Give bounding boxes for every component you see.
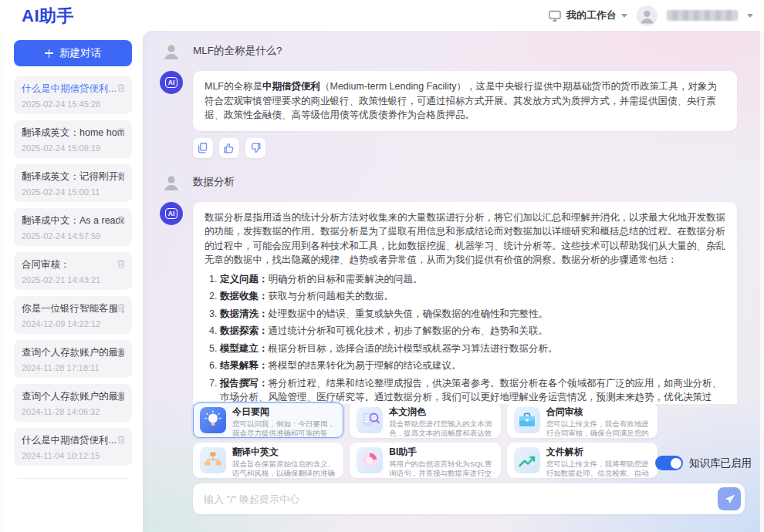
ai-text: 数据分析是指用适当的统计分析方法对收集来的大量数据进行分析，将它们加以汇总和理解… — [205, 212, 725, 266]
card-text-polish[interactable]: 本文润色 我会帮助您进行您输入的文本润色，提高文本的流畅度和表达效果。 — [350, 402, 500, 438]
history-item[interactable]: 什么是中期借贷便利... 2024-11-04 10:12:15 — [14, 428, 132, 466]
step-item: 数据探索：通过统计分析和可视化技术，初步了解数据的分布、趋势和关联。 — [220, 324, 725, 338]
toggle-knob — [671, 458, 681, 469]
user-message-text: MLF的全称是什么? — [193, 39, 756, 62]
history-item[interactable]: 合同审核： 2025-02-21 14:43:21 — [14, 252, 132, 290]
card-title: 翻译中英文 — [232, 447, 336, 457]
card-contract-review[interactable]: 合同审核 您可以上传文件，我会有效地进行合同审核，确保合同满足您的业务需求。 — [507, 402, 658, 438]
send-button[interactable] — [718, 487, 741, 510]
card-translate[interactable]: 翻译中英文 我会旨在保留原始信息的含义、语气和风格，以确保翻译的准确性和自然流畅… — [193, 443, 343, 478]
step-item: 数据收集：获取与分析问题相关的数据。 — [220, 289, 725, 304]
history-time: 2024-11-28 14:06:32 — [22, 407, 124, 416]
user-avatar — [160, 170, 183, 194]
trash-icon[interactable] — [116, 302, 127, 313]
user-message: 数据分析 — [143, 170, 756, 194]
card-desc: 您可以问我，例如：今日要闻，我会尽力提供准确和可靠的答案。 — [232, 419, 336, 437]
toggle-switch[interactable] — [655, 456, 683, 470]
workspace-menu[interactable]: 我的工作台 — [548, 8, 627, 22]
thumbs-down-button[interactable] — [245, 138, 265, 158]
new-chat-button[interactable]: 新建对话 — [14, 40, 132, 66]
ai-avatar: AI — [160, 202, 183, 225]
trash-icon[interactable] — [116, 346, 127, 357]
history-title: 查询个人存款账户的最新... — [22, 390, 124, 403]
trend-icon — [514, 447, 540, 473]
history-item[interactable]: 查询个人存款账户的最新... 2024-11-28 14:06:32 — [14, 384, 132, 422]
ai-message: AI 数据分析是指用适当的统计分析方法对收集来的大量数据进行分析，将它们加以汇总… — [143, 202, 756, 405]
trash-icon[interactable] — [116, 170, 127, 181]
history-title: 翻译成英文：home home — [22, 126, 124, 140]
user-message-text: 数据分析 — [193, 170, 756, 194]
card-desc: 我会旨在保留原始信息的含义、语气和风格，以确保翻译的准确性和自然流畅。 — [232, 460, 336, 477]
composer — [193, 483, 745, 514]
copy-icon — [196, 141, 210, 155]
card-desc: 您可以上传文件，我将帮助您进行如数据处理、信息检索、自动化办公等。 — [546, 460, 651, 477]
history-item[interactable]: 什么是中期借贷便利... 2025-02-24 15:45:28 — [14, 76, 132, 114]
knowledge-base-toggle: 知识库已启用 — [655, 456, 752, 470]
history-item[interactable]: 翻译成中文：As a reader... 2025-02-24 14:57:59 — [14, 208, 132, 246]
card-title: 本文润色 — [389, 407, 493, 417]
card-title: 文件解析 — [546, 447, 651, 457]
step-item: 定义问题：明确分析的目标和需要解决的问题。 — [220, 272, 725, 287]
step-item: 数据清洗：处理数据中的错误、重复或缺失值，确保数据的准确性和完整性。 — [220, 307, 725, 322]
card-title: 今日要闻 — [232, 407, 336, 417]
header-right: 我的工作台 — [548, 0, 753, 31]
paper-plane-icon — [723, 493, 736, 506]
card-title: 合同审核 — [546, 407, 651, 417]
card-bi-assistant[interactable]: BI助手 将用户的自然语言转化为SQL查询语句，并直接与数据库进行交互，返回智能… — [350, 443, 500, 478]
sidebar: 新建对话 什么是中期借贷便利... 2025-02-24 15:45:28 翻译… — [3, 29, 143, 532]
trash-icon[interactable] — [116, 82, 127, 93]
history-item[interactable]: 你是一位银行智能客服，... 2024-12-09 14:22:12 — [14, 296, 132, 334]
person-icon — [160, 170, 183, 194]
card-desc: 我会帮助您进行您输入的文本润色，提高文本的流畅度和表达效果。 — [389, 419, 493, 437]
trash-icon[interactable] — [116, 390, 127, 401]
trash-icon[interactable] — [116, 434, 127, 445]
history-item[interactable]: 查询个人存款账户的最新... 2024-11-28 17:18:11 — [14, 340, 132, 378]
message-input[interactable] — [204, 493, 718, 505]
message-list: MLF的全称是什么? AI MLF的全称是中期借贷便利（Medium-term … — [143, 31, 756, 404]
top-header: AI助手 我的工作台 — [0, 0, 764, 31]
thumbs-down-icon — [248, 141, 262, 155]
history-time: 2025-02-24 15:00:11 — [22, 187, 124, 197]
ai-message-bubble: MLF的全称是中期借贷便利（Medium-term Lending Facili… — [193, 71, 737, 131]
thumbs-up-icon — [222, 141, 236, 155]
user-avatar — [160, 39, 183, 62]
thumbs-up-button[interactable] — [219, 138, 239, 158]
trash-icon[interactable] — [116, 126, 127, 137]
history-item[interactable]: 翻译成英文：记得刚开始... 2025-02-24 15:00:11 — [14, 164, 132, 202]
chat-panel: MLF的全称是什么? AI MLF的全称是中期借贷便利（Medium-term … — [143, 31, 764, 532]
toggle-label: 知识库已启用 — [689, 456, 752, 470]
history-title: 翻译成中文：As a reader... — [22, 214, 124, 227]
history-time: 2025-02-21 14:43:21 — [22, 275, 124, 285]
history-title: 合同审核： — [22, 258, 124, 271]
message-actions — [143, 138, 756, 158]
card-title: BI助手 — [389, 447, 493, 457]
person-icon — [637, 5, 658, 26]
polish-icon — [357, 407, 383, 433]
username-redacted[interactable] — [667, 10, 738, 21]
card-file-parse[interactable]: 文件解析 您可以上传文件，我将帮助您进行如数据处理、信息检索、自动化办公等。 — [507, 443, 658, 478]
history-time: 2025-02-24 15:08:19 — [22, 143, 124, 153]
history-title: 什么是中期借贷便利... — [22, 434, 124, 447]
history-time: 2025-02-24 14:57:59 — [22, 231, 124, 241]
ai-text: MLF的全称是 — [205, 81, 262, 92]
card-today-news[interactable]: 今日要闻 您可以问我，例如：今日要闻，我会尽力提供准确和可靠的答案。 — [193, 402, 343, 438]
briefcase-icon — [514, 407, 540, 433]
history-time: 2024-12-09 14:22:12 — [22, 319, 124, 328]
history-title: 翻译成英文：记得刚开始... — [22, 170, 124, 184]
history-title: 什么是中期借贷便利... — [22, 82, 124, 96]
chevron-down-icon — [621, 14, 627, 18]
app-logo: AI助手 — [22, 5, 74, 28]
steps-list: 定义问题：明确分析的目标和需要解决的问题。 数据收集：获取与分析问题相关的数据。… — [205, 272, 725, 405]
avatar[interactable] — [637, 5, 658, 26]
history-title: 你是一位银行智能客服，... — [22, 302, 124, 315]
step-item: 模型建立：根据分析目标，选择合适的统计模型或机器学习算法进行数据分析。 — [220, 342, 725, 356]
copy-button[interactable] — [193, 138, 213, 158]
user-message: MLF的全称是什么? — [143, 39, 756, 62]
history-item[interactable]: 翻译成英文：home home 2025-02-24 15:08:19 — [14, 120, 132, 158]
monitor-icon — [548, 8, 562, 22]
trash-icon[interactable] — [116, 258, 127, 269]
quick-cards: 今日要闻 您可以问我，例如：今日要闻，我会尽力提供准确和可靠的答案。 本文润色 … — [193, 402, 658, 478]
trash-icon[interactable] — [116, 214, 127, 225]
scrollbar-track[interactable] — [760, 31, 764, 532]
step-item: 报告撰写：将分析过程、结果和结论整理成报告，供决策者参考。数据分析在各个领域都有… — [220, 376, 725, 405]
